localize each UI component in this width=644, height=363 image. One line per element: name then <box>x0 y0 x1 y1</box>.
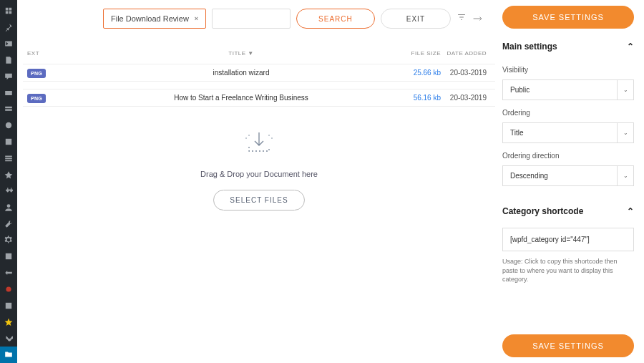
sidebar-item-7[interactable] <box>0 265 17 281</box>
settings-panel: SAVE SETTINGS Main settings ⌃ Visibility… <box>501 0 644 363</box>
file-title: How to Start a Freelance Writing Busines… <box>84 94 398 102</box>
shortcode-title: Category shortcode <box>502 206 583 216</box>
dropzone[interactable]: Drag & Drop your Document here SELECT FI… <box>23 130 495 210</box>
svg-point-10 <box>248 135 250 136</box>
sidebar-item-3[interactable] <box>0 117 17 134</box>
file-table: EXT TITLE ▼ FILE SIZE DATE ADDED PNG ins… <box>23 43 495 114</box>
svg-point-6 <box>6 286 11 291</box>
dropzone-text: Drag & Drop your Document here <box>200 170 318 178</box>
svg-point-3 <box>6 122 11 128</box>
sidebar-item-9[interactable] <box>0 330 17 347</box>
svg-point-11 <box>268 135 270 136</box>
wp-admin-sidebar <box>0 0 17 363</box>
breadcrumb[interactable]: File Download Review × <box>103 9 206 29</box>
main-settings-title: Main settings <box>502 42 557 52</box>
save-settings-button-top[interactable]: SAVE SETTINGS <box>502 6 634 29</box>
sidebar-item-1[interactable] <box>0 84 17 101</box>
sidebar-item-5[interactable] <box>0 150 17 167</box>
sidebar-comments-icon[interactable] <box>0 68 17 84</box>
exit-button[interactable]: EXIT <box>381 9 451 29</box>
save-settings-button-bottom[interactable]: SAVE SETTINGS <box>502 334 634 357</box>
table-header: EXT TITLE ▼ FILE SIZE DATE ADDED <box>23 43 495 64</box>
main-settings-toggle[interactable]: Main settings ⌃ <box>502 42 634 52</box>
ordering-direction-label: Ordering direction <box>502 152 634 160</box>
shortcode-usage: Usage: Click to copy this shortcode then… <box>502 257 634 284</box>
shortcode-toggle[interactable]: Category shortcode ⌃ <box>502 206 634 216</box>
topbar: File Download Review × SEARCH EXIT <box>23 9 495 29</box>
visibility-select[interactable]: Public ⌄ <box>502 79 634 100</box>
sidebar-settings-icon[interactable] <box>0 232 17 248</box>
sidebar-item-6[interactable] <box>0 248 17 265</box>
search-input[interactable] <box>212 9 291 29</box>
svg-rect-7 <box>6 303 11 309</box>
sidebar-item-8[interactable] <box>0 297 17 314</box>
sidebar-star-icon[interactable] <box>0 314 17 330</box>
chevron-up-icon: ⌃ <box>627 42 634 52</box>
col-size-header[interactable]: FILE SIZE <box>398 50 441 57</box>
col-ext-header[interactable]: EXT <box>27 50 84 57</box>
svg-rect-0 <box>5 91 12 95</box>
ext-badge: PNG <box>27 94 46 103</box>
sidebar-tools-icon[interactable] <box>0 216 17 232</box>
sidebar-item-2[interactable] <box>0 101 17 117</box>
col-date-header[interactable]: DATE ADDED <box>441 50 491 57</box>
ordering-direction-select[interactable]: Descending ⌄ <box>502 165 634 186</box>
svg-point-5 <box>7 204 11 208</box>
table-row[interactable]: PNG installation wizard 25.66 kb 20-03-2… <box>23 64 495 82</box>
ext-badge: PNG <box>27 69 46 78</box>
sidebar-pin-icon[interactable] <box>0 19 17 36</box>
sidebar-pages-icon[interactable] <box>0 52 17 69</box>
col-title-header[interactable]: TITLE ▼ <box>84 50 398 57</box>
select-files-button[interactable]: SELECT FILES <box>213 190 304 210</box>
search-button[interactable]: SEARCH <box>296 9 375 29</box>
chevron-down-icon: ⌄ <box>617 122 634 143</box>
sort-desc-icon: ▼ <box>248 50 253 57</box>
chevron-up-icon: ⌃ <box>627 206 634 216</box>
ordering-select[interactable]: Title ⌄ <box>502 122 634 143</box>
visibility-label: Visibility <box>502 66 634 74</box>
breadcrumb-label: File Download Review <box>111 14 189 23</box>
visibility-value: Public <box>502 79 617 100</box>
chevron-down-icon: ⌄ <box>617 165 634 186</box>
file-title: installation wizard <box>84 69 398 77</box>
ordering-value: Title <box>502 122 617 143</box>
breadcrumb-close-icon[interactable]: × <box>195 15 198 22</box>
ordering-direction-value: Descending <box>502 165 617 186</box>
table-row[interactable]: PNG How to Start a Freelance Writing Bus… <box>23 89 495 107</box>
svg-point-8 <box>245 137 247 139</box>
chevron-down-icon: ⌄ <box>617 79 634 100</box>
svg-rect-4 <box>6 139 11 145</box>
shortcode-value[interactable]: [wpfd_category id="447"] <box>502 228 634 251</box>
upload-icon <box>243 130 275 158</box>
svg-rect-1 <box>5 106 12 107</box>
ordering-label: Ordering <box>502 109 634 117</box>
sidebar-item-red-icon[interactable] <box>0 281 17 298</box>
file-size: 25.66 kb <box>398 69 441 77</box>
svg-rect-2 <box>5 109 12 110</box>
sidebar-users-icon[interactable] <box>0 199 17 216</box>
file-size: 56.16 kb <box>398 94 441 102</box>
sidebar-dashboard-icon[interactable] <box>0 3 17 19</box>
sidebar-plugins-icon[interactable] <box>0 183 17 199</box>
sidebar-media-icon[interactable] <box>0 36 17 52</box>
filter-icon[interactable] <box>457 12 467 25</box>
file-date: 20-03-2019 <box>441 94 491 102</box>
sidebar-folder-icon[interactable] <box>0 347 17 363</box>
svg-point-9 <box>271 137 273 139</box>
arrow-right-icon[interactable] <box>472 12 484 25</box>
sidebar-appearance-icon[interactable] <box>0 167 17 183</box>
file-date: 20-03-2019 <box>441 69 491 77</box>
sidebar-item-4[interactable] <box>0 134 17 150</box>
